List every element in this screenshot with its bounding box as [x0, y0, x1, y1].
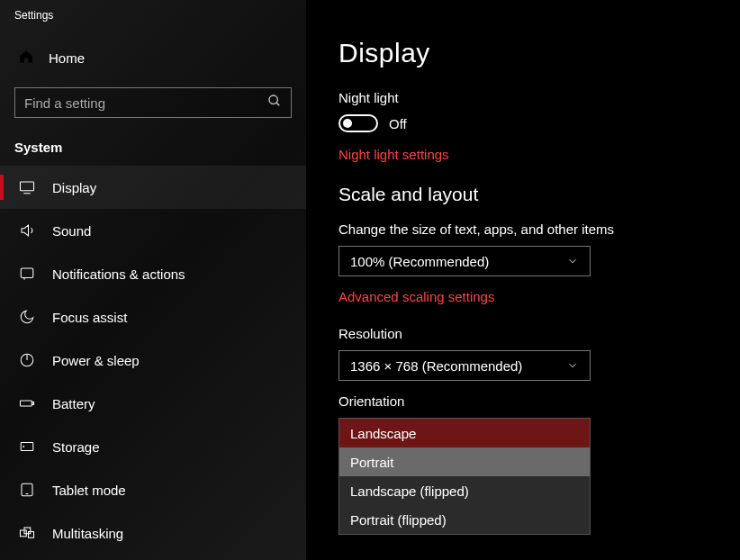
scale-select[interactable]: 100% (Recommended)	[338, 246, 591, 276]
app-title: Settings	[0, 0, 306, 40]
sidebar-item-focus-assist[interactable]: Focus assist	[0, 295, 306, 339]
content-area: Display Night light Off Night light sett…	[306, 0, 740, 560]
search-icon	[267, 94, 282, 112]
sidebar-item-label: Battery	[52, 396, 95, 411]
svg-rect-9	[32, 402, 34, 405]
sound-icon	[18, 222, 36, 239]
orientation-option[interactable]: Portrait	[339, 447, 590, 476]
resolution-label: Resolution	[338, 326, 740, 341]
tablet-icon	[18, 482, 36, 498]
orientation-option[interactable]: Landscape (flipped)	[339, 476, 590, 505]
svg-rect-16	[29, 532, 34, 538]
svg-rect-4	[21, 268, 33, 278]
home-label: Home	[49, 50, 85, 66]
sidebar-item-label: Sound	[52, 223, 91, 239]
power-icon	[18, 352, 36, 368]
scale-label: Change the size of text, apps, and other…	[338, 221, 740, 237]
resolution-select[interactable]: 1366 × 768 (Recommended)	[338, 350, 591, 381]
home-icon	[18, 49, 34, 68]
sidebar-item-multitasking[interactable]: Multitasking	[0, 511, 306, 555]
storage-icon	[18, 438, 36, 455]
sidebar: Settings Home System Display So	[0, 0, 306, 560]
night-light-settings-link[interactable]: Night light settings	[338, 147, 740, 162]
scale-layout-heading: Scale and layout	[338, 184, 740, 205]
sidebar-item-battery[interactable]: Battery	[0, 382, 306, 425]
page-title: Display	[338, 38, 740, 68]
sidebar-item-label: Multitasking	[52, 526, 123, 541]
svg-line-1	[276, 103, 279, 105]
advanced-scaling-link[interactable]: Advanced scaling settings	[338, 289, 740, 304]
chevron-down-icon	[566, 255, 579, 267]
notifications-icon	[18, 266, 36, 282]
night-light-label: Night light	[338, 90, 740, 105]
sidebar-item-label: Power & sleep	[52, 353, 140, 368]
orientation-dropdown[interactable]: LandscapePortraitLandscape (flipped)Port…	[338, 418, 591, 535]
orientation-option[interactable]: Landscape	[339, 419, 590, 447]
svg-rect-10	[21, 443, 33, 451]
multitasking-icon	[18, 525, 36, 541]
focus-assist-icon	[18, 309, 36, 325]
sidebar-item-notifications[interactable]: Notifications & actions	[0, 252, 306, 295]
sidebar-nav: Display Sound Notifications & actions Fo…	[0, 166, 306, 555]
sidebar-item-label: Focus assist	[52, 310, 127, 325]
search-box[interactable]	[14, 87, 292, 118]
battery-icon	[18, 395, 36, 411]
night-light-toggle[interactable]	[338, 114, 378, 132]
sidebar-section-label: System	[0, 134, 306, 166]
home-button[interactable]: Home	[0, 40, 306, 77]
sidebar-item-label: Tablet mode	[52, 483, 126, 498]
sidebar-item-storage[interactable]: Storage	[0, 425, 306, 468]
svg-point-0	[269, 95, 277, 104]
sidebar-item-display[interactable]: Display	[0, 166, 306, 209]
resolution-value: 1366 × 768 (Recommended)	[350, 358, 522, 374]
sidebar-item-sound[interactable]: Sound	[0, 209, 306, 252]
chevron-down-icon	[566, 359, 579, 372]
sidebar-item-label: Display	[52, 180, 96, 195]
orientation-option[interactable]: Portrait (flipped)	[339, 505, 590, 534]
search-input[interactable]	[24, 95, 267, 111]
orientation-label: Orientation	[338, 393, 740, 409]
svg-point-11	[23, 446, 24, 447]
sidebar-item-power-sleep[interactable]: Power & sleep	[0, 339, 306, 382]
sidebar-item-label: Storage	[52, 439, 100, 455]
night-light-state: Off	[389, 116, 407, 131]
svg-rect-8	[21, 401, 32, 406]
display-icon	[18, 179, 36, 195]
sidebar-item-label: Notifications & actions	[52, 266, 185, 282]
scale-value: 100% (Recommended)	[350, 254, 489, 269]
svg-rect-2	[21, 182, 34, 191]
sidebar-item-tablet-mode[interactable]: Tablet mode	[0, 468, 306, 511]
